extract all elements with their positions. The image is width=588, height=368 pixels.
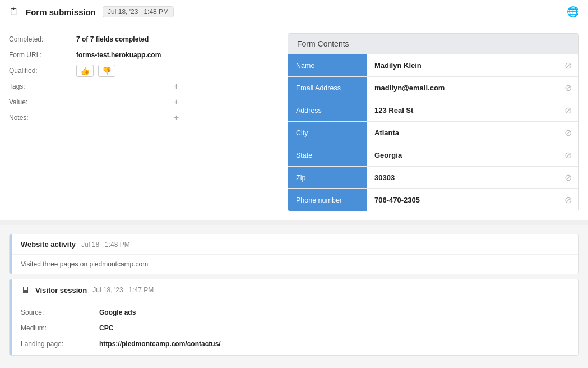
activity-section: Website activity Jul 18 1:48 PM Visited … (0, 225, 588, 368)
website-activity-time: 1:48 PM (105, 241, 130, 249)
visitor-session-title: Visitor session (35, 286, 87, 295)
field-name-6: Phone number (288, 189, 367, 211)
medium-value: CPC (99, 323, 570, 334)
visitor-session-header: 🖥 Visitor session Jul 18, '23 1:47 PM (10, 279, 578, 301)
add-value-button[interactable]: + (76, 96, 276, 108)
form-row: State Georgia ⊘ (288, 144, 578, 166)
field-value-0: Madilyn Klein (367, 54, 558, 76)
website-activity-date: Jul 18 (81, 241, 99, 249)
form-contents-panel: Form Contents Name Madilyn Klein ⊘ Email… (288, 33, 579, 211)
visitor-session-time: 1:47 PM (129, 286, 154, 294)
form-row: Name Madilyn Klein ⊘ (288, 54, 578, 76)
visitor-session-card: 🖥 Visitor session Jul 18, '23 1:47 PM So… (9, 279, 579, 356)
thumb-down-button[interactable]: 👎 (98, 65, 115, 77)
main-content: Completed: 7 of 7 fields completed Form … (0, 24, 588, 220)
submission-date-badge: Jul 18, '23 1:48 PM (103, 6, 174, 17)
completed-value: 7 of 7 fields completed (76, 33, 276, 45)
edit-icon-0[interactable]: ⊘ (558, 54, 578, 76)
edit-icon-2[interactable]: ⊘ (558, 99, 578, 121)
landing-value: https://piedmontcamp.com/contactus/ (99, 338, 570, 349)
field-value-2: 123 Real St (367, 99, 558, 121)
add-tags-button[interactable]: + (76, 80, 276, 93)
edit-icon-4[interactable]: ⊘ (558, 144, 578, 166)
field-name-2: Address (288, 99, 367, 121)
field-name-4: State (288, 144, 367, 166)
form-row: Zip 30303 ⊘ (288, 166, 578, 188)
visitor-session-date: Jul 18, '23 (92, 286, 123, 294)
form-row: Address 123 Real St ⊘ (288, 99, 578, 121)
medium-label: Medium: (21, 323, 99, 334)
two-col-layout: Completed: 7 of 7 fields completed Form … (9, 33, 579, 211)
form-url-label: Form URL: (9, 49, 76, 61)
field-name-1: Email Address (288, 77, 367, 99)
visitor-session-body: Source: Google ads Medium: CPC Landing p… (10, 301, 578, 355)
monitor-icon: 🖥 (21, 285, 30, 295)
website-activity-card: Website activity Jul 18 1:48 PM Visited … (9, 234, 579, 274)
field-value-6: 706-470-2305 (367, 189, 558, 211)
field-value-4: Georgia (367, 144, 558, 166)
form-row: Phone number 706-470-2305 ⊘ (288, 188, 578, 211)
field-value-5: 30303 (367, 167, 558, 188)
landing-label: Landing page: (21, 338, 99, 349)
section-divider (0, 220, 588, 225)
globe-icon[interactable]: 🌐 (567, 6, 579, 18)
qualified-row: 👍 👎 (76, 65, 276, 77)
form-row: Email Address madilyn@email.com ⊘ (288, 76, 578, 99)
edit-icon-6[interactable]: ⊘ (558, 189, 578, 211)
website-activity-header: Website activity Jul 18 1:48 PM (10, 234, 578, 255)
form-icon: 🗒 (9, 6, 19, 18)
info-grid: Completed: 7 of 7 fields completed Form … (9, 33, 276, 124)
website-activity-body: Visited three pages on piedmontcamp.com (10, 255, 578, 274)
edit-icon-1[interactable]: ⊘ (558, 77, 578, 99)
form-row: City Atlanta ⊘ (288, 121, 578, 144)
edit-icon-5[interactable]: ⊘ (558, 167, 578, 188)
qualified-label: Qualified: (9, 65, 76, 77)
page-header: 🗒 Form submission Jul 18, '23 1:48 PM 🌐 (0, 0, 588, 24)
field-name-5: Zip (288, 167, 367, 188)
field-name-0: Name (288, 54, 367, 76)
field-name-3: City (288, 122, 367, 144)
source-label: Source: (21, 307, 99, 318)
form-contents-header: Form Contents (288, 34, 578, 54)
left-col: Completed: 7 of 7 fields completed Form … (9, 33, 276, 133)
add-notes-button[interactable]: + (76, 112, 276, 124)
notes-label: Notes: (9, 112, 76, 124)
tags-label: Tags: (9, 80, 76, 93)
field-value-1: madilyn@email.com (367, 77, 558, 99)
value-label: Value: (9, 96, 76, 108)
page-title: Form submission (26, 7, 96, 17)
website-activity-title: Website activity (21, 240, 76, 249)
edit-icon-3[interactable]: ⊘ (558, 122, 578, 144)
completed-label: Completed: (9, 33, 76, 45)
form-url-value: forms-test.herokuapp.com (76, 49, 276, 61)
field-value-3: Atlanta (367, 122, 558, 144)
source-value: Google ads (99, 307, 570, 318)
thumb-up-button[interactable]: 👍 (76, 65, 94, 77)
